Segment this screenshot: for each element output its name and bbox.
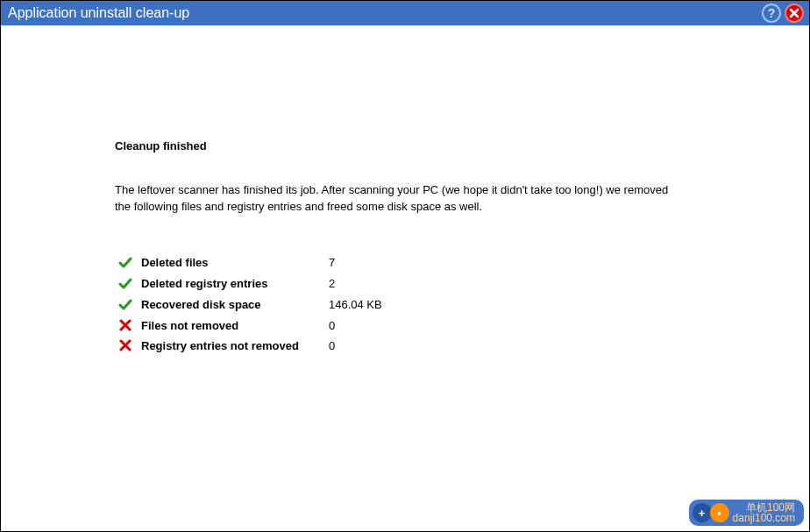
stat-value: 0	[329, 339, 335, 352]
stat-label: Recovered disk space	[136, 298, 329, 311]
stat-value: 0	[329, 319, 335, 332]
check-icon	[115, 298, 136, 312]
stat-value: 2	[329, 277, 335, 290]
watermark-dot-icon: •	[710, 503, 729, 522]
window-title: Application uninstall clean-up	[8, 5, 758, 21]
page-description: The leftover scanner has finished its jo…	[115, 182, 676, 216]
stat-row: Deleted files7	[115, 256, 809, 270]
page-heading: Cleanup finished	[115, 139, 809, 153]
watermark: + • 单机100网 danji100.com	[689, 500, 804, 526]
help-icon: ?	[768, 6, 776, 20]
check-icon	[115, 256, 136, 270]
content-area: Cleanup finished The leftover scanner ha…	[1, 25, 809, 531]
stat-label: Registry entries not removed	[136, 339, 329, 352]
close-icon	[789, 8, 799, 18]
cross-icon	[115, 319, 136, 331]
stat-label: Files not removed	[136, 319, 329, 332]
stat-row: Registry entries not removed0	[115, 339, 809, 352]
stats-list: Deleted files7Deleted registry entries2R…	[115, 256, 809, 352]
stat-label: Deleted registry entries	[136, 277, 329, 290]
stat-value: 146.04 KB	[329, 298, 382, 311]
close-button[interactable]	[785, 4, 804, 23]
watermark-line2: danji100.com	[733, 513, 795, 523]
watermark-plus-icon: +	[693, 503, 712, 522]
check-icon	[115, 277, 136, 291]
cross-icon	[115, 339, 136, 351]
help-button[interactable]: ?	[762, 4, 781, 23]
stat-row: Recovered disk space146.04 KB	[115, 298, 809, 312]
titlebar: Application uninstall clean-up ?	[1, 1, 809, 25]
stat-row: Files not removed0	[115, 319, 809, 332]
stat-row: Deleted registry entries2	[115, 277, 809, 291]
stat-value: 7	[329, 256, 335, 269]
stat-label: Deleted files	[136, 256, 329, 269]
